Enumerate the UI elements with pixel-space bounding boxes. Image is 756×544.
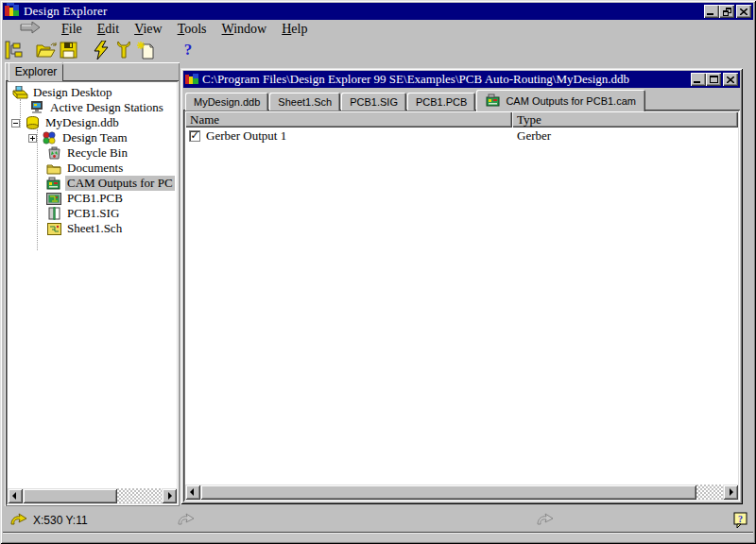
tree-item-pcb1-sig[interactable]: PCB1.SIG	[8, 206, 177, 221]
tree-item-active-design-stations[interactable]: Active Design Stations	[8, 100, 177, 115]
menu-bar: File Edit View Tools Window Help	[3, 20, 753, 39]
menu-arrow-icon[interactable]	[20, 22, 41, 38]
menu-edit[interactable]: Edit	[90, 21, 127, 38]
database-icon	[24, 116, 41, 130]
scroll-thumb[interactable]	[200, 484, 696, 500]
new-document-icon[interactable]	[135, 40, 158, 60]
document-tabs: MyDesign.ddb Sheet1.Sch PCB1.SIG PCB1.PC…	[183, 88, 740, 110]
bottom-status-strip	[3, 532, 753, 541]
tree-horizontal-scrollbar	[8, 488, 177, 503]
client-area: Explorer Design Desktop	[3, 61, 753, 509]
design-desktop-icon	[11, 86, 28, 100]
table-header: Name Type	[185, 111, 738, 128]
document-horizontal-scrollbar	[185, 484, 738, 500]
document-title-bar: C:\Program Files\Design Explorer 99 SE\E…	[183, 71, 740, 88]
explorer-panel: Explorer Design Desktop	[5, 62, 180, 506]
tab-mydesign-ddb[interactable]: MyDesign.ddb	[185, 93, 268, 110]
cam-tab-icon	[486, 94, 501, 109]
scroll-track[interactable]	[117, 488, 162, 503]
tree-item-pcb1-pcb[interactable]: PCB1.PCB	[8, 191, 177, 206]
options-wrench-icon[interactable]	[112, 40, 135, 60]
document-title: C:\Program Files\Design Explorer 99 SE\E…	[202, 72, 629, 87]
scroll-left-button[interactable]	[185, 484, 200, 500]
tab-cam-outputs[interactable]: CAM Outputs for PCB1.cam	[476, 90, 645, 111]
menu-file[interactable]: File	[54, 21, 90, 38]
document-window: C:\Program Files\Design Explorer 99 SE\E…	[180, 68, 743, 504]
schematic-icon	[45, 222, 62, 236]
document-icon	[185, 72, 198, 88]
scroll-thumb[interactable]	[23, 488, 117, 503]
output-name: Gerber Output 1	[206, 128, 286, 144]
svg-text:?: ?	[738, 514, 743, 524]
doc-maximize-button[interactable]	[706, 73, 721, 86]
doc-close-button[interactable]	[723, 73, 738, 86]
run-lightning-icon[interactable]	[90, 40, 112, 60]
title-bar: Design Explorer	[3, 3, 753, 20]
toolbar: ?	[3, 39, 753, 61]
app-icon	[5, 3, 20, 21]
explorer-toggle-icon[interactable]	[3, 40, 26, 60]
restore-button[interactable]	[719, 5, 734, 18]
output-type: Gerber	[512, 128, 738, 144]
menu-view[interactable]: View	[127, 21, 170, 38]
collapse-expander[interactable]	[11, 119, 20, 128]
pcb-icon	[45, 192, 62, 206]
tab-pcb1-pcb[interactable]: PCB1.PCB	[407, 93, 475, 110]
save-document-icon[interactable]	[58, 40, 80, 60]
jump-arrow-icon-inactive[interactable]	[178, 513, 195, 529]
cam-outputs-icon	[45, 177, 62, 191]
column-header-type[interactable]: Type	[512, 111, 738, 128]
design-team-icon	[41, 131, 58, 145]
tree-item-design-desktop[interactable]: Design Desktop	[8, 85, 177, 100]
table-row[interactable]: ✓ Gerber Output 1 Gerber	[185, 128, 738, 144]
folder-icon	[45, 162, 62, 176]
open-document-icon[interactable]	[35, 40, 58, 60]
tab-sheet1-sch[interactable]: Sheet1.Sch	[269, 93, 340, 110]
cam-outputs-view: Name Type ✓ Gerber Output 1 Gerber	[183, 110, 740, 502]
cursor-coordinates: X:530 Y:11	[33, 514, 88, 527]
column-header-name[interactable]: Name	[185, 111, 512, 128]
menu-help[interactable]: Help	[274, 21, 315, 38]
window-title: Design Explorer	[24, 4, 108, 19]
signal-doc-icon	[45, 207, 62, 221]
tree-item-design-team[interactable]: Design Team	[8, 130, 177, 145]
jump-arrow-icon[interactable]	[10, 513, 27, 529]
minimize-button[interactable]	[704, 5, 719, 18]
row-checkbox[interactable]: ✓	[189, 130, 200, 142]
jump-arrow-icon-inactive[interactable]	[537, 513, 554, 529]
status-bar: X:530 Y:11 ?	[3, 509, 753, 532]
scroll-right-button[interactable]	[162, 488, 177, 503]
tree-item-mydesign-ddb[interactable]: MyDesign.ddb	[8, 115, 177, 130]
tab-explorer[interactable]: Explorer	[9, 62, 63, 81]
design-explorer-window: Design Explorer File Edit View Tools Win…	[0, 0, 756, 544]
close-button[interactable]	[736, 5, 751, 18]
scroll-right-button[interactable]	[723, 484, 738, 500]
help-bubble-icon[interactable]: ?	[733, 512, 747, 533]
scroll-left-button[interactable]	[8, 488, 23, 503]
scroll-track[interactable]	[696, 484, 723, 500]
table-body: ✓ Gerber Output 1 Gerber	[185, 128, 738, 484]
tree-item-cam-outputs[interactable]: CAM Outputs for PC	[8, 176, 177, 191]
menu-tools[interactable]: Tools	[170, 21, 215, 38]
help-icon[interactable]: ?	[177, 40, 199, 60]
design-tree: Design Desktop Active Design Stations	[6, 80, 179, 505]
tree-item-recycle-bin[interactable]: Recycle Bin	[8, 145, 177, 161]
tree-item-sheet1-sch[interactable]: Sheet1.Sch	[8, 221, 177, 236]
tree-item-documents[interactable]: Documents	[8, 161, 177, 176]
tab-pcb1-sig[interactable]: PCB1.SIG	[341, 93, 406, 110]
expand-expander[interactable]	[28, 134, 37, 143]
recycle-bin-icon	[45, 146, 62, 161]
menu-window[interactable]: Window	[215, 21, 275, 38]
design-station-icon	[28, 101, 45, 115]
doc-minimize-button[interactable]	[691, 73, 706, 86]
